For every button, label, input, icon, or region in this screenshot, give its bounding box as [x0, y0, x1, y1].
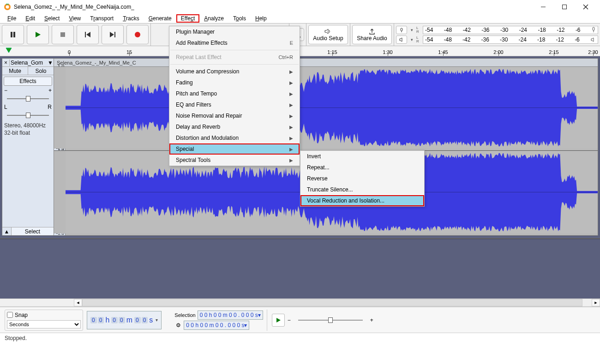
- waveform-channel-left[interactable]: [54, 67, 598, 149]
- effect-menu-item[interactable]: Add Realtime EffectsE: [169, 37, 300, 48]
- skip-start-button[interactable]: [77, 25, 99, 44]
- effect-menu-item: Repeat Last EffectCtrl+R: [169, 52, 300, 63]
- pan-l-label: L: [4, 104, 7, 110]
- selection-label: Selection: [174, 312, 195, 318]
- menu-generate[interactable]: Generate: [144, 14, 176, 23]
- chevron-down-icon[interactable]: ▾: [409, 37, 414, 42]
- gain-slider[interactable]: [4, 95, 52, 103]
- menu-file[interactable]: File: [3, 14, 21, 23]
- menubar: File Edit Select View Transport Tracks G…: [0, 14, 600, 23]
- svg-rect-19: [593, 27, 594, 30]
- hscroll-track[interactable]: [82, 299, 582, 306]
- effect-menu-item[interactable]: Volume and Compression▶: [169, 66, 300, 77]
- pause-button[interactable]: [2, 25, 24, 44]
- snap-unit-select[interactable]: Seconds: [7, 320, 81, 328]
- record-meter-icon[interactable]: [396, 26, 407, 34]
- track-close-button[interactable]: ×: [2, 60, 10, 66]
- solo-button[interactable]: Solo: [28, 67, 54, 75]
- effect-menu-item[interactable]: EQ and Filters▶: [169, 99, 300, 110]
- mic-icon: [591, 27, 596, 33]
- special-submenu-item[interactable]: Truncate Silence...: [300, 184, 424, 195]
- meters: ▾ LR -54-48-42-36-30-24-18-12-6 ▾ LR -54…: [394, 24, 600, 46]
- menu-tracks[interactable]: Tracks: [118, 14, 144, 23]
- playback-meter-icon[interactable]: [396, 36, 407, 44]
- audio-setup-label: Audio Setup: [313, 35, 343, 42]
- effect-menu-item[interactable]: Delay and Reverb▶: [169, 121, 300, 132]
- special-submenu-item[interactable]: Invert: [300, 151, 424, 162]
- svg-rect-13: [114, 32, 115, 37]
- selection-end[interactable]: 0 0 h 0 0 m 0 0 . 0 0 0 s▾: [184, 321, 249, 330]
- special-submenu-item[interactable]: Vocal Reduction and Isolation...: [300, 195, 424, 206]
- selection-box: Selection 0 0 h 0 0 m 0 0 . 0 0 0 s▾ ⚙ 0…: [174, 310, 263, 330]
- chevron-right-icon: ▶: [289, 91, 293, 96]
- menu-tools[interactable]: Tools: [228, 14, 251, 23]
- time-position-display[interactable]: 00h 00m 00s ▾: [87, 311, 162, 329]
- playback-speed-slider[interactable]: [294, 316, 367, 325]
- svg-point-1: [6, 6, 9, 9]
- track-control-panel: × Selena_Gom ▼ Mute Solo Effects −+ LR S…: [2, 59, 54, 235]
- track-select-button[interactable]: Select: [12, 227, 54, 235]
- play-at-speed-button[interactable]: [272, 314, 285, 327]
- maximize-button[interactable]: [554, 0, 575, 14]
- menu-select[interactable]: Select: [40, 14, 64, 23]
- mute-button[interactable]: Mute: [2, 67, 28, 75]
- track-menu-button[interactable]: ▼: [47, 60, 54, 66]
- special-submenu-item[interactable]: Repeat...: [300, 162, 424, 173]
- chevron-right-icon: ▶: [289, 69, 293, 74]
- collapse-button[interactable]: ▲: [2, 227, 12, 235]
- scroll-right-button[interactable]: ►: [592, 299, 600, 306]
- selection-start[interactable]: 0 0 h 0 0 m 0 0 . 0 0 0 s▾: [198, 310, 263, 320]
- play-button[interactable]: [27, 25, 49, 44]
- bottom-toolbar: Snap Seconds 00h 00m 00s ▾ Selection 0 0…: [0, 307, 600, 333]
- empty-track-area[interactable]: [0, 239, 600, 298]
- effect-menu-item[interactable]: Plugin Manager: [169, 26, 300, 37]
- effect-menu-item[interactable]: Distortion and Modulation▶: [169, 132, 300, 143]
- menu-help[interactable]: Help: [251, 14, 271, 23]
- special-submenu-item[interactable]: Reverse: [300, 173, 424, 184]
- svg-rect-7: [13, 32, 15, 37]
- playback-meter[interactable]: -54-48-42-36-30-24-18-12-6: [423, 36, 598, 44]
- menu-analyze[interactable]: Analyze: [199, 14, 228, 23]
- menu-view[interactable]: View: [64, 14, 85, 23]
- skip-end-button[interactable]: [102, 25, 124, 44]
- chevron-right-icon: ▶: [289, 113, 293, 119]
- stop-button[interactable]: [52, 25, 74, 44]
- effect-menu-item[interactable]: Fading▶: [169, 77, 300, 88]
- record-meter[interactable]: -54-48-42-36-30-24-18-12-6: [423, 26, 598, 34]
- snap-checkbox[interactable]: Snap: [7, 312, 81, 318]
- pan-slider[interactable]: [4, 111, 52, 119]
- minimize-button[interactable]: [533, 0, 554, 14]
- effect-menu-item[interactable]: Special▶: [169, 143, 300, 155]
- special-submenu: InvertRepeat...ReverseTruncate Silence..…: [300, 150, 425, 207]
- menu-edit[interactable]: Edit: [21, 14, 40, 23]
- effect-menu-dropdown: Plugin ManagerAdd Realtime EffectsERepea…: [169, 26, 300, 166]
- audio-setup-button[interactable]: Audio Setup: [308, 25, 348, 44]
- transport-group: [0, 24, 151, 46]
- lr-label: LR: [416, 36, 421, 43]
- share-group: Share Audio: [350, 24, 394, 46]
- track-name[interactable]: Selena_Gom: [10, 60, 47, 66]
- close-button[interactable]: [575, 0, 596, 14]
- scroll-left-button[interactable]: ◄: [74, 299, 82, 306]
- window-title: Selena_Gomez_-_My_Mind_Me_CeeNaija.com_: [14, 4, 533, 10]
- clip-area[interactable]: Selena_Gomez_-_My_Mind_Me_C 1.00.50.0-0.…: [54, 59, 598, 235]
- svg-marker-26: [276, 318, 281, 322]
- effect-menu-item[interactable]: Spectral Tools▶: [169, 155, 300, 166]
- play-at-speed-group: − +: [267, 310, 373, 331]
- menu-transport[interactable]: Transport: [85, 14, 118, 23]
- clip-title[interactable]: Selena_Gomez_-_My_Mind_Me_C: [54, 59, 598, 67]
- share-icon: [368, 28, 376, 35]
- gear-icon[interactable]: ⚙: [174, 322, 182, 329]
- lr-label: LR: [416, 26, 421, 34]
- svg-rect-17: [401, 28, 402, 31]
- effect-menu-item[interactable]: Noise Removal and Repair▶: [169, 110, 300, 121]
- record-button[interactable]: [126, 25, 149, 44]
- speaker-icon: [324, 28, 332, 35]
- chevron-down-icon[interactable]: ▾: [409, 28, 414, 32]
- share-audio-button[interactable]: Share Audio: [352, 25, 392, 44]
- effects-button[interactable]: Effects: [4, 77, 52, 86]
- timeline-ruler[interactable]: 0151:151:301:452:002:152:30: [0, 46, 600, 56]
- effect-menu-item[interactable]: Pitch and Tempo▶: [169, 88, 300, 99]
- hscroll-thumb[interactable]: [83, 299, 582, 306]
- menu-effect[interactable]: Effect: [176, 14, 199, 23]
